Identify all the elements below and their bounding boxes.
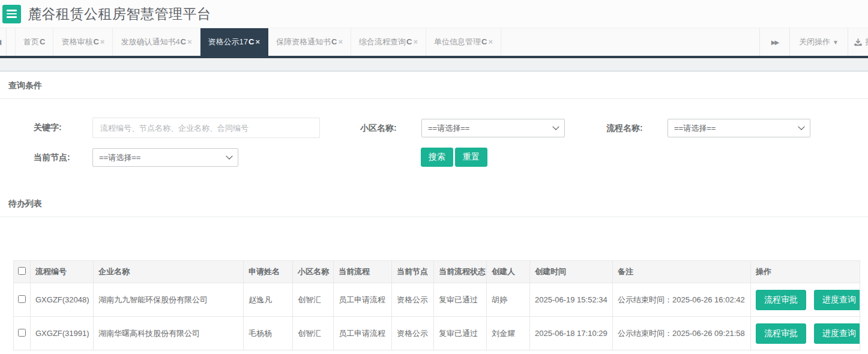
tab[interactable]: 资格审核C× [53,28,113,56]
cell-flow: 员工申请流程 [334,317,392,350]
scroll-tabs-right-button[interactable]: ▶▶ [759,28,789,56]
cell-code: GXGZF(32048) [31,283,94,317]
scroll-tabs-left-button[interactable]: ◀ [0,28,7,56]
tab[interactable]: 发放确认通知书4C× [113,28,200,56]
refresh-tab-icon[interactable]: C [93,37,98,46]
column-header: 创建人 [487,261,530,283]
tab[interactable]: 资格公示17C× [200,28,268,56]
refresh-tab-icon[interactable]: C [406,37,412,46]
cell-status: 复审已通过 [434,283,487,317]
cell-actions: 流程审批进度查询 [751,283,860,317]
query-form: 关键字: 小区名称: ==请选择== 流程名称: ==请选择== 当前节点: =… [0,99,868,190]
chevron-down-icon [552,123,559,130]
refresh-tab-icon[interactable]: C [331,37,337,46]
flow-label: 流程名称: [606,118,643,137]
community-select[interactable]: ==请选择== [421,119,565,137]
node-select[interactable]: ==请选择== [92,148,238,167]
progress-query-button[interactable]: 进度查询 [814,323,860,344]
column-header: 企业名称 [94,261,244,283]
cell-community: 创智汇 [293,283,334,317]
tab-label: 综合流程查询 [359,37,406,46]
refresh-tab-icon[interactable]: C [481,37,487,46]
community-label: 小区名称: [360,118,397,137]
close-tab-icon[interactable]: × [100,37,105,46]
cell-status: 复审已通过 [434,317,487,350]
close-tab-icon[interactable]: × [413,37,418,46]
progress-query-button[interactable]: 进度查询 [814,290,860,310]
tab[interactable]: 单位信息管理C× [426,28,501,56]
node-label: 当前节点: [34,148,70,167]
double-arrow-right-icon: ▶▶ [771,29,778,56]
cell-node: 资格公示 [392,317,434,350]
tab-label: 资格审核 [61,37,92,46]
todo-table-wrap: 流程编号企业名称申请姓名小区名称当前流程当前节点当前流程状态创建人创建时间备注操… [13,260,860,350]
approve-flow-button[interactable]: 流程审批 [756,323,806,344]
refresh-tab-icon[interactable]: C [40,37,45,46]
cell-creator: 刘金耀 [487,317,530,350]
download-icon [854,38,863,47]
tab-label: 单位信息管理 [434,37,481,46]
search-button[interactable]: 搜索 [421,148,453,167]
tab[interactable]: 综合流程查询C× [351,28,426,56]
menu-toggle-button[interactable] [2,5,21,23]
hamburger-icon [7,10,17,11]
cell-flow: 员工申请流程 [334,283,392,317]
cell-company: 湖南九九智能环保股份有限公司 [94,283,244,317]
cell-actions: 流程审批进度查询 [751,317,860,350]
cell-company: 湖南华曙高科技股份有限公司 [94,317,244,350]
column-header: 备注 [613,261,751,283]
table-header-row: 流程编号企业名称申请姓名小区名称当前流程当前节点当前流程状态创建人创建时间备注操… [14,261,860,283]
flow-select[interactable]: ==请选择== [668,119,810,137]
cell-created: 2025-06-18 17:10:29 [530,317,613,350]
table-row: GXGZF(31991)湖南华曙高科技股份有限公司毛杨杨创智汇员工申请流程资格公… [14,317,860,350]
cell-code: GXGZF(31991) [31,317,94,350]
tab-list: 首页C资格审核C×发放确认通知书4C×资格公示17C×保障资格通知书C×综合流程… [15,28,501,56]
close-operations-dropdown[interactable]: 关闭操作▼ [789,28,848,56]
cell-applicant: 赵逸凡 [244,283,293,317]
row-checkbox[interactable] [18,295,26,303]
keyword-input[interactable] [92,118,320,138]
approve-flow-button[interactable]: 流程审批 [756,290,806,310]
query-section-title: 查询条件 [0,72,868,99]
close-tab-icon[interactable]: × [338,37,343,46]
tab-label: 首页 [23,37,39,46]
truncated-edge-text: 挂 [865,37,868,47]
app-title: 麓谷租赁公租房智慧管理平台 [28,5,211,23]
close-tab-icon[interactable]: × [187,37,192,46]
todo-section-title: 待办列表 [0,190,868,217]
column-header: 流程编号 [31,261,94,283]
column-header: 当前流程 [334,261,392,283]
column-header: 操作 [751,261,860,283]
close-tab-icon[interactable]: × [255,37,260,46]
refresh-tab-icon[interactable]: C [181,37,186,46]
column-header: 小区名称 [293,261,334,283]
tabbar-controls: ▶▶ 关闭操作▼ 挂 [759,28,868,56]
cell-remark: 公示结束时间：2025-06-26 09:21:58 [613,317,751,350]
row-checkbox[interactable] [18,329,26,337]
tab-label: 保障资格通知书 [276,37,331,46]
cell-creator: 胡婷 [487,283,530,317]
tab[interactable]: 首页C [15,28,53,56]
cell-remark: 公示结束时间：2025-06-26 16:02:42 [613,283,751,317]
close-tab-icon[interactable]: × [488,37,493,46]
select-all-checkbox[interactable] [18,267,26,275]
scroll-left-icon: ◀ [0,38,1,46]
keyword-label: 关键字: [34,118,62,137]
app-header: 麓谷租赁公租房智慧管理平台 [0,0,868,28]
chevron-down-icon [798,123,804,130]
column-header: 当前流程状态 [434,261,487,283]
download-button[interactable]: 挂 [848,28,868,56]
column-header: 当前节点 [392,261,434,283]
cell-created: 2025-06-19 15:52:34 [530,283,613,317]
cell-applicant: 毛杨杨 [244,317,293,350]
tab[interactable]: 保障资格通知书C× [268,28,351,56]
refresh-tab-icon[interactable]: C [249,37,254,46]
cell-community: 创智汇 [293,317,334,350]
reset-button[interactable]: 重置 [455,148,487,167]
chevron-down-icon [226,152,232,159]
caret-down-icon: ▼ [833,39,839,46]
cell-node: 资格公示 [392,283,434,317]
table-row: GXGZF(32048)湖南九九智能环保股份有限公司赵逸凡创智汇员工申请流程资格… [14,283,860,317]
column-header: 创建时间 [530,261,613,283]
content-divider-band [0,58,868,72]
